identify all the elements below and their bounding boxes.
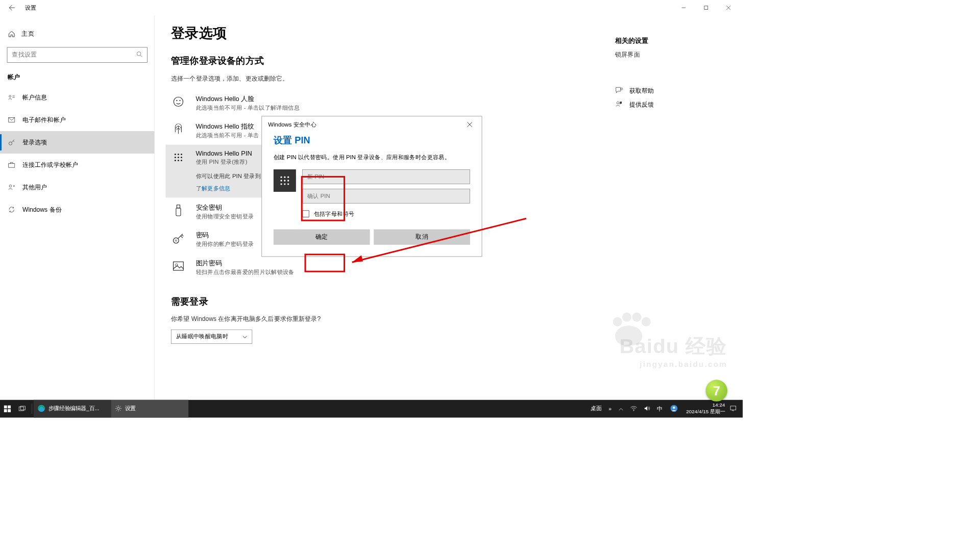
search-input[interactable]: [12, 52, 136, 59]
sidebar-item-other-users[interactable]: 其他用户: [0, 176, 154, 198]
sidebar-section: 帐户: [0, 63, 154, 86]
svg-point-24: [181, 160, 182, 161]
taskbar-app-label: 步骤经验编辑器_百...: [48, 405, 100, 412]
option-title: 图片密码: [196, 259, 295, 267]
svg-line-3: [140, 55, 142, 57]
svg-point-35: [287, 176, 289, 178]
svg-point-51: [117, 407, 120, 410]
sidebar-item-label: 登录选项: [22, 138, 47, 146]
option-sub: 使用物理安全密钥登录: [196, 213, 254, 220]
ok-button[interactable]: 确定: [274, 229, 370, 244]
svg-point-16: [175, 154, 176, 155]
watermark-text: Baidu 经验 jingyan.baidu.com: [620, 333, 727, 369]
home-icon: [8, 31, 15, 38]
taskbar-app-settings[interactable]: 设置: [111, 400, 189, 418]
sidebar-item-label: Windows 备份: [22, 206, 62, 214]
sidebar-item-work-school[interactable]: 连接工作或学校帐户: [0, 154, 154, 176]
svg-rect-45: [8, 405, 11, 408]
option-sub: 使用你的帐户密码登录: [196, 240, 254, 247]
sidebar-item-email[interactable]: 电子邮件和帐户: [0, 109, 154, 131]
confirm-pin-input[interactable]: [302, 189, 470, 204]
option-title: 密码: [196, 231, 254, 240]
svg-point-10: [9, 185, 12, 187]
user-tray-icon[interactable]: [668, 404, 680, 413]
svg-rect-46: [4, 409, 7, 412]
sidebar-item-label: 其他用户: [22, 183, 47, 191]
option-picture-password[interactable]: 图片密码 轻扫并点击你最喜爱的照片以解锁设备: [171, 253, 726, 281]
site-logo: 7: [706, 380, 727, 401]
checkbox-label: 包括字母和符号: [314, 210, 355, 217]
new-pin-input[interactable]: [302, 169, 470, 184]
svg-point-13: [174, 97, 183, 106]
option-sub: 此选项当前不可用 - 单击以了解详细信息: [196, 104, 300, 111]
ime-indicator[interactable]: 中: [655, 405, 665, 412]
svg-point-37: [284, 180, 285, 181]
svg-point-31: [621, 88, 623, 90]
security-dialog: Windows 安全中心 设置 PIN 创建 PIN 以代替密码。使用 PIN …: [261, 116, 482, 257]
maximize-button[interactable]: [695, 1, 717, 15]
people-icon: [8, 184, 15, 190]
svg-point-17: [178, 154, 179, 155]
start-button[interactable]: [0, 400, 15, 418]
volume-icon[interactable]: [642, 406, 652, 412]
home-nav[interactable]: 主页: [0, 25, 154, 42]
svg-rect-47: [8, 409, 11, 412]
include-symbols-checkbox[interactable]: [302, 210, 309, 217]
sidebar-item-backup[interactable]: Windows 备份: [0, 198, 154, 221]
option-learn-more-link[interactable]: 了解更多信息: [196, 185, 261, 192]
svg-point-14: [176, 100, 177, 101]
sidebar: 主页 帐户 帐户信息 电子邮件和帐户 登录选项 连接工作或学校帐户 其他用户: [0, 15, 155, 399]
svg-rect-9: [9, 164, 15, 168]
lock-screen-link[interactable]: 锁屏界面: [615, 51, 716, 59]
back-button[interactable]: [3, 1, 21, 15]
svg-point-15: [179, 100, 180, 101]
require-login-dropdown[interactable]: 从睡眠中唤醒电脑时: [171, 330, 252, 344]
svg-point-28: [175, 240, 177, 241]
option-title: 安全密钥: [196, 203, 254, 212]
dialog-title: Windows 安全中心: [268, 121, 316, 128]
task-view-button[interactable]: [15, 400, 30, 418]
chevron-down-icon: [242, 333, 247, 340]
svg-point-32: [617, 102, 619, 104]
picture-icon: [171, 259, 186, 273]
svg-point-52: [633, 410, 634, 411]
edge-icon: [38, 404, 45, 413]
svg-point-19: [175, 157, 176, 158]
svg-rect-44: [4, 405, 7, 408]
clock-date: 2024/4/15 星期一: [686, 409, 725, 415]
desktop-label[interactable]: 桌面: [589, 405, 604, 412]
clock[interactable]: 14:24 2024/4/15 星期一: [682, 402, 725, 415]
help-label: 获取帮助: [629, 87, 654, 95]
svg-rect-26: [176, 208, 181, 216]
window-title: 设置: [25, 4, 37, 11]
cancel-button[interactable]: 取消: [374, 229, 470, 244]
sidebar-item-signin-options[interactable]: 登录选项: [0, 131, 154, 154]
option-sub: 使用 PIN 登录(推荐): [196, 159, 261, 166]
close-button[interactable]: [717, 1, 740, 15]
wifi-icon[interactable]: [628, 406, 640, 412]
svg-point-34: [284, 176, 285, 178]
dialog-close-button[interactable]: [464, 119, 476, 131]
taskbar-app-edge[interactable]: 步骤经验编辑器_百...: [34, 400, 111, 418]
get-help-link[interactable]: 获取帮助: [615, 87, 716, 95]
keypad-large-icon: [274, 169, 296, 192]
chevron-up-icon[interactable]: [616, 406, 625, 412]
dropdown-value: 从睡眠中唤醒电脑时: [176, 333, 228, 340]
tray-overflow-icon[interactable]: »: [606, 406, 614, 412]
svg-point-40: [284, 183, 285, 185]
feedback-link[interactable]: 提供反馈: [615, 101, 716, 109]
svg-point-27: [174, 238, 179, 243]
svg-point-39: [280, 183, 282, 185]
option-extra: 你可以使用此 PIN 登录到: [196, 173, 261, 180]
option-title: Windows Hello PIN: [196, 150, 261, 158]
dialog-heading: 设置 PIN: [274, 134, 470, 146]
search-box[interactable]: [7, 47, 148, 62]
notifications-icon[interactable]: [727, 405, 739, 412]
sidebar-item-account-info[interactable]: 帐户信息: [0, 86, 154, 109]
key-large-icon: [171, 231, 186, 246]
option-title: Windows Hello 人脸: [196, 94, 300, 103]
related-header: 相关的设置: [615, 36, 716, 45]
svg-point-18: [181, 154, 182, 155]
minimize-button[interactable]: [672, 1, 695, 15]
svg-point-33: [280, 176, 282, 178]
